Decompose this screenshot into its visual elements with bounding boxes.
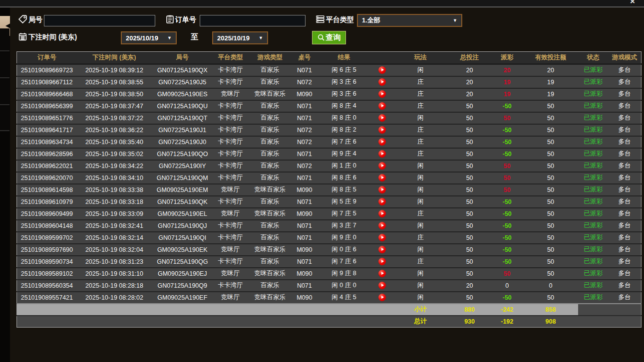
cell-bet-time: 2025-10-19 08:37:22 xyxy=(77,112,152,124)
cell-video xyxy=(371,220,393,232)
close-icon[interactable]: × xyxy=(630,0,635,6)
cell-play-type: 闲 xyxy=(393,196,448,208)
subtotal-payout: -242 xyxy=(491,304,523,316)
cell-play-type: 闲 xyxy=(393,112,448,124)
cell-status: 已派彩 xyxy=(578,232,608,244)
cell-game-type: 百家乐 xyxy=(248,64,292,76)
cell-valid-bet: 50 xyxy=(523,232,578,244)
cell-result: 闲 8 庄 4 xyxy=(317,100,371,112)
play-video-icon[interactable] xyxy=(378,66,386,74)
cell-table-no: N071 xyxy=(292,112,317,124)
play-video-icon[interactable] xyxy=(378,138,386,146)
col-header-platform: 平台类型 xyxy=(213,52,248,64)
play-video-icon[interactable] xyxy=(378,210,386,217)
play-video-icon[interactable] xyxy=(378,90,386,98)
cell-bet-time: 2025-10-19 08:33:18 xyxy=(77,196,152,208)
cell-video xyxy=(371,172,393,184)
cell-valid-bet: 50 xyxy=(523,172,578,184)
query-button[interactable]: 查询 xyxy=(312,31,346,44)
cell-table-no: N071 xyxy=(292,100,317,112)
platform-type-select[interactable]: 1.全部 ▼ xyxy=(357,14,462,27)
cell-game-mode: 多台 xyxy=(608,76,641,88)
cell-valid-bet: 50 xyxy=(523,220,578,232)
cell-play-type: 闲 xyxy=(393,268,448,280)
cell-video xyxy=(371,232,393,244)
cell-play-type: 闲 xyxy=(393,172,448,184)
play-video-icon[interactable] xyxy=(378,222,386,229)
cell-round-no: GN07125A190QM xyxy=(152,172,213,184)
cell-game-type: 百家乐 xyxy=(248,280,292,292)
cell-bet-time: 2025-10-19 08:35:02 xyxy=(77,148,152,160)
play-video-icon[interactable] xyxy=(378,198,386,205)
round-no-input[interactable] xyxy=(44,15,155,26)
cell-payout: -50 xyxy=(491,244,523,256)
table-row: 251019089560354 2025-10-19 08:28:18 GN07… xyxy=(17,280,642,292)
cell-result: 闲 0 庄 6 xyxy=(317,244,371,256)
table-row: 251019089597690 2025-10-19 08:32:04 GM09… xyxy=(17,244,642,256)
cell-game-type: 百家乐 xyxy=(248,172,292,184)
cell-result: 闲 9 庄 4 xyxy=(317,148,371,160)
cell-round-no: GN07125A190QG xyxy=(152,256,213,268)
play-video-icon[interactable] xyxy=(378,270,386,277)
play-video-icon[interactable] xyxy=(378,294,386,301)
cell-result: 闲 8 庄 6 xyxy=(317,172,371,184)
play-video-icon[interactable] xyxy=(378,174,386,181)
play-video-icon[interactable] xyxy=(378,258,386,265)
order-no-input[interactable] xyxy=(200,15,306,26)
play-video-icon[interactable] xyxy=(378,102,386,110)
cell-platform: 竞咪厅 xyxy=(213,244,248,256)
cell-order-no: 251019089610979 xyxy=(17,196,77,208)
table-row: 251019089669723 2025-10-19 08:39:12 GN07… xyxy=(17,64,642,76)
date-from-select[interactable]: 2025/10/19 ▼ xyxy=(121,31,177,44)
cell-payout: -50 xyxy=(491,196,523,208)
cell-table-no: N071 xyxy=(292,220,317,232)
sidebar-item[interactable] xyxy=(0,106,9,131)
cell-bet-time: 2025-10-19 08:35:40 xyxy=(77,136,152,148)
play-video-icon[interactable] xyxy=(378,114,386,122)
cell-total-bet: 50 xyxy=(448,196,491,208)
cell-bet-time: 2025-10-19 08:36:22 xyxy=(77,124,152,136)
cell-round-no: GM09025A190EK xyxy=(152,244,213,256)
cell-round-no: GN07225A190J1 xyxy=(152,124,213,136)
play-video-icon[interactable] xyxy=(378,234,386,241)
cell-play-type: 闲 xyxy=(393,280,448,292)
cell-table-no: N072 xyxy=(292,136,317,148)
table-row: 251019089641717 2025-10-19 08:36:22 GN07… xyxy=(17,124,642,136)
play-video-icon[interactable] xyxy=(378,186,386,193)
cell-result: 闲 4 庄 5 xyxy=(317,292,371,304)
cell-video xyxy=(371,100,393,112)
cell-play-type: 庄 xyxy=(393,136,448,148)
cell-platform: 卡卡湾厅 xyxy=(213,124,248,136)
cell-result: 闲 9 庄 8 xyxy=(317,268,371,280)
play-video-icon[interactable] xyxy=(378,126,386,134)
cell-play-type: 闲 xyxy=(393,220,448,232)
play-video-icon[interactable] xyxy=(378,246,386,253)
sidebar-item[interactable] xyxy=(0,79,9,105)
cell-order-no: 251019089557421 xyxy=(17,292,77,304)
cell-platform: 卡卡湾厅 xyxy=(213,280,248,292)
date-to-select[interactable]: 2025/10/19 ▼ xyxy=(212,31,268,44)
cell-bet-time: 2025-10-19 08:32:04 xyxy=(77,244,152,256)
play-video-icon[interactable] xyxy=(378,282,386,289)
cell-video xyxy=(371,244,393,256)
sidebar-item[interactable] xyxy=(0,28,9,51)
grand-total-payout: -192 xyxy=(491,316,523,328)
cell-bet-time: 2025-10-19 08:38:50 xyxy=(77,88,152,100)
play-video-icon[interactable] xyxy=(378,162,386,170)
play-video-icon[interactable] xyxy=(378,78,386,86)
cell-bet-time: 2025-10-19 08:33:38 xyxy=(77,184,152,196)
cell-game-type: 百家乐 xyxy=(248,136,292,148)
platform-type-label: 平台类型 xyxy=(326,15,354,24)
subtotal-label: 小计 xyxy=(393,304,448,316)
sidebar-item[interactable] xyxy=(0,52,9,78)
cell-game-type: 百家乐 xyxy=(248,112,292,124)
play-video-icon[interactable] xyxy=(378,150,386,158)
cell-table-no: N071 xyxy=(292,148,317,160)
cell-valid-bet: 50 xyxy=(523,268,578,280)
cell-round-no: GN07225A190IY xyxy=(152,160,213,172)
cell-payout: -50 xyxy=(491,124,523,136)
cell-round-no: GM09025A190EL xyxy=(152,208,213,220)
cell-status: 已派彩 xyxy=(578,208,608,220)
table-row: 251019089651776 2025-10-19 08:37:22 GN07… xyxy=(17,112,642,124)
table-row: 251019089620070 2025-10-19 08:34:10 GN07… xyxy=(17,172,642,184)
